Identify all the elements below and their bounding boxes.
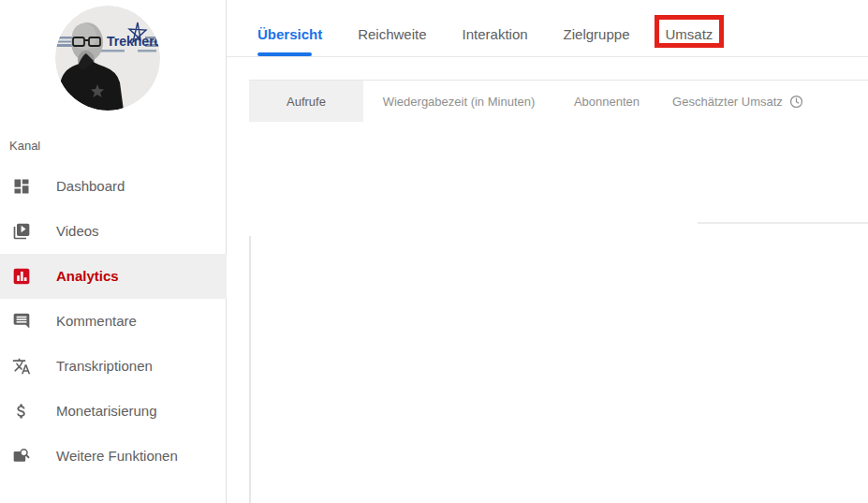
tab-zielgruppe[interactable]: Zielgruppe bbox=[564, 26, 630, 42]
translate-icon bbox=[12, 357, 31, 376]
sidebar-item-label: Weitere Funktionen bbox=[56, 434, 178, 479]
sidebar-item-label: Videos bbox=[56, 209, 99, 254]
sidebar-item-weitere-funktionen[interactable]: Weitere Funktionen bbox=[0, 434, 227, 479]
sidebar-nav: Dashboard Videos bbox=[0, 164, 227, 479]
metric-tab-label: Wiedergabezeit (in Minuten) bbox=[383, 95, 536, 109]
tab-label: Zielgruppe bbox=[564, 26, 630, 42]
sidebar-item-label: Dashboard bbox=[56, 164, 125, 209]
comments-icon bbox=[12, 312, 31, 331]
sidebar-item-label: Kommentare bbox=[56, 299, 137, 344]
tab-label: Interaktion bbox=[463, 26, 528, 42]
tab-label: Umsatz bbox=[666, 26, 714, 42]
youtube-studio-analytics-page: Treknerd Kanal bbox=[0, 0, 868, 503]
analytics-tabbar: Übersicht Reichweite Interaktion Zielgru… bbox=[227, 0, 868, 57]
metric-tab-label: Abonnenten bbox=[574, 95, 640, 109]
tab-label: Reichweite bbox=[358, 26, 426, 42]
sidebar: Treknerd Kanal bbox=[0, 0, 227, 503]
chart-left-axis-line bbox=[249, 236, 251, 503]
sidebar-item-label: Monetarisierung bbox=[56, 389, 157, 434]
sidebar-item-monetarisierung[interactable]: Monetarisierung bbox=[0, 389, 227, 434]
metric-tab-wiedergabezeit[interactable]: Wiedergabezeit (in Minuten) bbox=[363, 81, 554, 122]
sidebar-item-analytics[interactable]: Analytics bbox=[0, 254, 227, 299]
tab-reichweite[interactable]: Reichweite bbox=[358, 26, 426, 42]
active-tab-indicator bbox=[257, 52, 312, 56]
tab-uebersicht[interactable]: Übersicht bbox=[257, 26, 322, 42]
sidebar-item-videos[interactable]: Videos bbox=[0, 209, 227, 254]
metric-tab-geschaetzter-umsatz[interactable]: Geschätzter Umsatz bbox=[659, 81, 817, 122]
sidebar-item-label: Transkriptionen bbox=[56, 344, 153, 389]
sidebar-item-transkriptionen[interactable]: Transkriptionen bbox=[0, 344, 227, 389]
sidebar-item-label: Analytics bbox=[56, 254, 119, 299]
tab-interaktion[interactable]: Interaktion bbox=[463, 26, 528, 42]
dashboard-icon bbox=[12, 177, 31, 196]
metric-tab-aufrufe[interactable]: Aufrufe bbox=[249, 81, 363, 122]
analytics-icon bbox=[12, 267, 31, 286]
tab-label: Übersicht bbox=[257, 26, 322, 42]
channel-avatar[interactable]: Treknerd bbox=[55, 6, 160, 111]
chart-gridline bbox=[698, 222, 868, 224]
sidebar-item-dashboard[interactable]: Dashboard bbox=[0, 164, 227, 209]
metric-tab-abonnenten[interactable]: Abonnenten bbox=[554, 81, 659, 122]
clock-icon bbox=[789, 95, 803, 109]
metric-tab-label: Aufrufe bbox=[287, 95, 326, 109]
metric-tab-label: Geschätzter Umsatz bbox=[672, 95, 783, 109]
more-features-icon bbox=[12, 447, 31, 466]
channel-section-label: Kanal bbox=[9, 139, 40, 153]
videos-icon bbox=[12, 222, 31, 241]
dollar-icon bbox=[12, 402, 31, 421]
tab-umsatz[interactable]: Umsatz bbox=[666, 26, 714, 42]
avatar-image: Treknerd bbox=[55, 6, 160, 111]
sidebar-item-kommentare[interactable]: Kommentare bbox=[0, 299, 227, 344]
